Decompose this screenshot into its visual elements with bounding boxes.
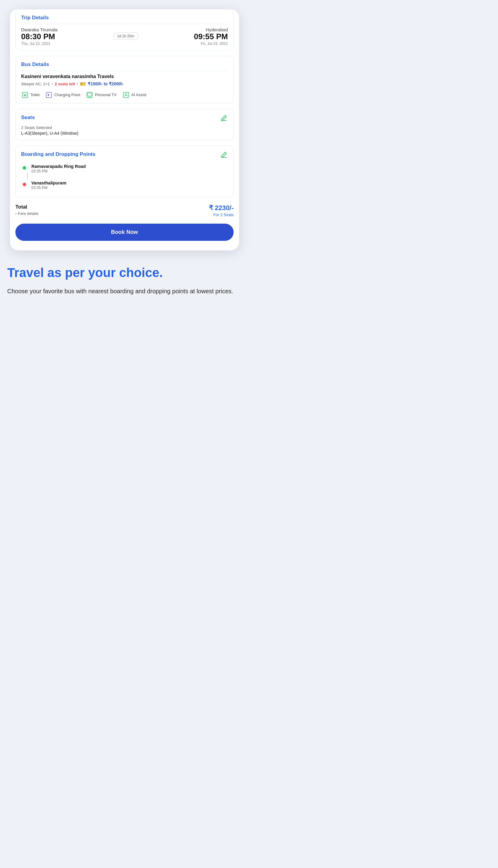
ai-label: AI Assist [131,93,146,97]
bus-type: Sleeper AC, 2+1 [21,82,50,86]
tv-label: Personal TV [95,93,116,97]
destination-date: Fri, Jul 23, 2021 [194,42,228,46]
bottom-subtext: Choose your favorite bus with nearest bo… [7,286,242,296]
fare-details-label: Fare details [18,211,38,216]
chevron-right-icon: › [15,211,16,216]
svg-rect-4 [88,96,91,97]
charging-label: Charging Point [54,93,80,97]
seats-card: Seats 2 Seats Selected L-A3(Sleeper), U-… [15,109,234,140]
destination-city: Hyderabad [194,27,228,32]
seats-header: Seats [21,115,228,123]
destination-time: 09:55 PM [194,32,228,41]
dot2: • [77,82,78,86]
svg-rect-5 [123,92,129,98]
seats-edit-button[interactable] [220,115,228,123]
dropping-red-dot-icon [21,181,28,189]
boarding-edit-button[interactable] [220,151,228,160]
book-now-button[interactable]: Book Now [15,224,234,241]
charging-icon [45,91,53,99]
bottom-section: Travel as per your choice. Choose your f… [0,251,249,308]
fare-details-link[interactable]: › Fare details [15,211,38,216]
origin-info: Dwaraka Tirumala 08:30 PM Thu, Jul 22, 2… [21,27,57,46]
boarding-point-time: 03:35 PM [31,169,86,173]
price-range: ₹1500\- to ₹2000\- [88,81,123,86]
svg-rect-3 [88,93,92,96]
trip-duration-block: 1d 1h 25m [113,27,139,40]
boarding-point-info: Ramavarapadu Ring Road 03:35 PM [31,164,86,173]
seats-count: 2 Seats Selected [21,125,228,130]
boarding-card: Boarding and Dropping Points [15,146,234,197]
origin-time: 08:30 PM [21,32,57,41]
dropping-point-info: Vanasthalipuram 03:35 PM [31,181,66,190]
svg-point-12 [23,183,26,186]
total-bar: Total › Fare details ₹ 2230/- For 2 Seat… [15,203,234,218]
trip-details-card: Trip Details Dwaraka Tirumala 08:30 PM T… [15,9,234,50]
total-label: Total [15,204,38,210]
total-right: ₹ 2230/- For 2 Seats [209,204,234,217]
dropping-point-name: Vanasthalipuram [31,181,66,185]
boarding-green-dot-icon [21,164,28,172]
bus-meta: Sleeper AC, 2+1 • 2 seats left • 🎫 ₹1500… [21,81,228,87]
amenity-ai: AI Assist [122,91,146,99]
total-left: Total › Fare details [15,204,38,216]
dot1: • [52,82,53,86]
origin-date: Thu, Jul 22, 2021 [21,42,57,46]
svg-rect-0 [22,92,28,98]
boarding-point-name: Ramavarapadu Ring Road [31,164,86,169]
seats-title: Seats [21,115,35,121]
ai-icon [122,91,130,99]
seats-left: 2 seats left [55,82,75,86]
amenity-tv: Personal TV [86,91,116,99]
trip-details-title: Trip Details [21,15,228,24]
boarding-title: Boarding and Dropping Points [21,151,95,160]
bus-details-card: Bus Details Kasineni veravenkata narasim… [15,56,234,103]
dropping-point-item: Vanasthalipuram 03:35 PM [21,181,228,190]
boarding-connector-line [27,173,28,179]
bus-details-title: Bus Details [21,62,228,71]
bus-name: Kasineni veravenkata narasimha Travels [21,74,228,79]
toilet-icon [21,91,29,99]
amenities-list: Toilet Charging Point [21,91,228,99]
seats-detail: L-A3(Sleeper), U-A4 (Window) [21,131,228,136]
dropping-point-time: 03:35 PM [31,186,66,190]
boarding-point-item: Ramavarapadu Ring Road 03:35 PM [21,164,228,173]
tv-icon [86,91,93,99]
ticket-icon: 🎫 [80,81,86,87]
origin-city: Dwaraka Tirumala [21,27,57,32]
trip-duration: 1d 1h 25m [113,32,139,40]
bottom-headline: Travel as per your choice. [7,266,242,280]
for-seats-label: For 2 Seats [209,213,234,217]
svg-point-6 [125,93,127,95]
boarding-list: Ramavarapadu Ring Road 03:35 PM [21,164,228,190]
amenity-charging: Charging Point [45,91,80,99]
boarding-header: Boarding and Dropping Points [21,151,228,160]
toilet-label: Toilet [30,93,39,97]
destination-info: Hyderabad 09:55 PM Fri, Jul 23, 2021 [194,27,228,46]
svg-point-10 [23,166,26,169]
total-amount: ₹ 2230/- [209,204,234,212]
amenity-toilet: Toilet [21,91,39,99]
